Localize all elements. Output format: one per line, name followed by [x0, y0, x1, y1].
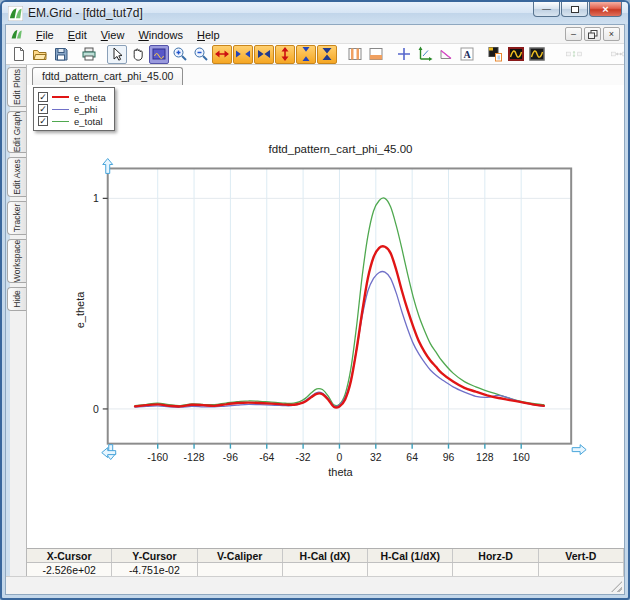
zoom-in-tool-button[interactable] [170, 45, 190, 64]
readout-header-cell: H-Cal (1/dX) [368, 549, 453, 562]
sidebar-tab-edit-plots[interactable]: Edit Plots [7, 67, 26, 107]
crosshair-tool-button[interactable] [394, 45, 414, 64]
readout-table: X-CursorY-CursorV-CaliperH-Cal (dX)H-Cal… [27, 548, 624, 576]
sidebar-tab-edit-graph[interactable]: Edit Graph [7, 111, 26, 153]
pointer-tool-button[interactable] [107, 45, 127, 64]
menu-item-help[interactable]: Help [190, 27, 227, 43]
maximize-button[interactable] [561, 2, 588, 17]
split-vertical-button[interactable] [345, 45, 365, 64]
mdi-minimize-button[interactable]: – [565, 27, 582, 41]
readout-value-cell [198, 563, 283, 576]
x-tick-label: 32 [370, 452, 382, 463]
copy-style-button[interactable] [485, 45, 505, 64]
legend-label: e_total [74, 116, 103, 127]
h-shrink-scale-button[interactable] [233, 45, 253, 64]
text-annotation-button[interactable]: A [457, 45, 477, 64]
legend-checkbox[interactable]: ✓ [38, 116, 48, 126]
chart-title: fdtd_pattern_cart_phi_45.00 [108, 143, 573, 155]
minimize-button[interactable]: — [533, 2, 560, 17]
document-icon [10, 28, 23, 41]
pan-right-control[interactable] [572, 445, 586, 455]
h-expand-scale-button[interactable] [212, 45, 232, 64]
zoom-out-tool-button[interactable] [191, 45, 211, 64]
legend-checkbox[interactable]: ✓ [38, 104, 48, 114]
mdi-close-button[interactable]: × [603, 27, 620, 41]
zoom-box-tool-button[interactable] [149, 45, 169, 64]
plot-area: -160-128-96-64-32032649612816001 fdtd_pa… [27, 85, 624, 548]
split-horizontal-button[interactable] [366, 45, 386, 64]
status-bar [6, 576, 624, 594]
x-tick-label: 160 [512, 452, 530, 463]
y-axis-label: e_theta [73, 235, 87, 385]
sidebar-tab-edit-axes[interactable]: Edit Axes [7, 157, 26, 197]
y-tick-label: 1 [93, 193, 99, 204]
legend-line-swatch [52, 109, 69, 110]
sidebar-tab-workspace[interactable]: Workspace [7, 239, 26, 283]
legend-item: ✓e_total [38, 115, 106, 127]
legend-item: ✓e_phi [38, 103, 106, 115]
sidebar-tab-label: Hide [12, 290, 22, 307]
menu-item-windows[interactable]: Windows [131, 27, 190, 43]
restore-icon [588, 30, 598, 39]
save-file-button[interactable] [51, 45, 71, 64]
pan-up-control[interactable] [103, 159, 113, 174]
print-button[interactable] [79, 45, 99, 64]
menu-item-edit[interactable]: Edit [61, 27, 94, 43]
legend: ✓e_theta✓e_phi✓e_total [33, 87, 115, 131]
axes-tool-button[interactable] [415, 45, 435, 64]
svg-text:A: A [463, 49, 471, 60]
close-button[interactable]: × [589, 2, 622, 17]
menu-bar: FileEditViewWindowsHelp – × [6, 25, 624, 44]
readout-value-cell [453, 563, 538, 576]
sidebar-tab-label: Tracker [12, 204, 22, 233]
x-tick-label: -160 [147, 452, 168, 463]
app-icon [8, 6, 23, 21]
legend-item: ✓e_theta [38, 91, 106, 103]
dark-plot-2-button[interactable] [527, 45, 547, 64]
document-tab[interactable]: fdtd_pattern_cart_phi_45.00 [32, 67, 183, 85]
readout-header-cell: Vert-D [539, 549, 624, 562]
x-tick-label: 128 [476, 452, 494, 463]
y-tick-label: 0 [93, 404, 99, 415]
x-tick-label: 96 [443, 452, 455, 463]
readout-value-cell: -4.751e-02 [112, 563, 197, 576]
x-tick-label: 0 [337, 452, 343, 463]
menu-item-file[interactable]: File [29, 27, 61, 43]
maximize-icon [571, 6, 579, 13]
sidebar-tab-label: Edit Graph [12, 112, 22, 153]
resize-grip[interactable] [611, 581, 622, 592]
v-shrink-scale-button[interactable] [296, 45, 316, 64]
pan-tool-button[interactable] [128, 45, 148, 64]
sidebar-tab-hide[interactable]: Hide [7, 287, 26, 311]
open-file-button[interactable] [30, 45, 50, 64]
toolbar: ALayou [6, 44, 624, 65]
x-tick-label: -128 [184, 452, 205, 463]
h-link-axes-button[interactable] [600, 45, 624, 64]
readout-value-cell: -2.526e+02 [27, 563, 112, 576]
readout-value-cell [283, 563, 368, 576]
h-fit-scale-button[interactable] [254, 45, 274, 64]
dark-plot-1-button[interactable] [506, 45, 526, 64]
x-tick-label: -96 [223, 452, 238, 463]
readout-header-cell: Y-Cursor [112, 549, 197, 562]
v-expand-scale-button[interactable] [275, 45, 295, 64]
sidebar-tab-tracker[interactable]: Tracker [7, 201, 26, 235]
x-tick-label: -32 [296, 452, 311, 463]
readout-header-cell: V-Caliper [198, 549, 283, 562]
mdi-restore-button[interactable] [584, 27, 601, 41]
legend-label: e_phi [74, 104, 97, 115]
legend-label: e_theta [74, 92, 106, 103]
new-document-button[interactable] [9, 45, 29, 64]
slope-tool-button[interactable] [436, 45, 456, 64]
v-link-axes-button[interactable] [555, 45, 592, 64]
x-tick-label: -64 [259, 452, 274, 463]
menu-item-view[interactable]: View [94, 27, 132, 43]
readout-value-cell [539, 563, 624, 576]
sidebar-tab-label: Edit Plots [12, 69, 22, 105]
readout-value-cell [368, 563, 453, 576]
sidebar-tab-label: Edit Axes [12, 159, 22, 194]
v-fit-scale-button[interactable] [317, 45, 337, 64]
readout-header-cell: X-Cursor [27, 549, 112, 562]
sidebar-tab-strip: Edit PlotsEdit GraphEdit AxesTrackerWork… [6, 65, 27, 576]
legend-checkbox[interactable]: ✓ [38, 92, 48, 102]
